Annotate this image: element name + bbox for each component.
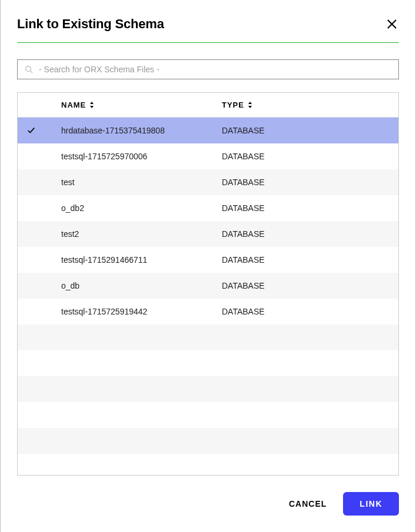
- dialog-footer: CANCEL LINK: [17, 476, 399, 516]
- row-name: testsql-1715291466711: [45, 255, 222, 265]
- table-row-empty: [18, 376, 398, 402]
- sort-icon: [89, 102, 94, 108]
- column-header-type[interactable]: TYPE: [222, 101, 398, 109]
- row-type: DATABASE: [222, 126, 398, 135]
- table-header: NAME TYPE: [18, 93, 398, 118]
- table-row[interactable]: testsql-1715725919442DATABASE: [18, 299, 398, 324]
- row-name: test: [45, 178, 222, 187]
- close-button[interactable]: [385, 17, 399, 31]
- search-icon: [25, 65, 33, 73]
- row-type: DATABASE: [222, 152, 398, 161]
- row-name: test2: [45, 229, 222, 239]
- dialog-title: Link to Existing Schema: [17, 16, 164, 32]
- row-type: DATABASE: [222, 307, 398, 316]
- table-row-empty: [18, 350, 398, 376]
- table-row-empty: [18, 402, 398, 428]
- sort-icon: [248, 102, 252, 108]
- row-name: hrdatabase-1715375419808: [45, 126, 222, 135]
- svg-point-2: [26, 66, 31, 72]
- table-row[interactable]: testDATABASE: [18, 169, 398, 195]
- table-body: hrdatabase-1715375419808DATABASEtestsql-…: [18, 118, 398, 475]
- column-header-name[interactable]: NAME: [61, 101, 222, 109]
- search-input[interactable]: [39, 65, 391, 74]
- row-type: DATABASE: [222, 281, 398, 290]
- row-name: testsql-1715725919442: [45, 307, 222, 316]
- search-container[interactable]: [17, 59, 399, 79]
- check-icon: [27, 126, 35, 135]
- table-row[interactable]: testsql-1715291466711DATABASE: [18, 247, 398, 273]
- row-check: [18, 126, 45, 135]
- table-row[interactable]: o_db2DATABASE: [18, 195, 398, 221]
- table-row[interactable]: o_dbDATABASE: [18, 273, 398, 299]
- row-type: DATABASE: [222, 203, 398, 213]
- link-button[interactable]: LINK: [343, 492, 399, 516]
- row-type: DATABASE: [222, 178, 398, 187]
- divider: [17, 42, 399, 43]
- row-name: o_db2: [45, 203, 222, 213]
- column-header-name-label: NAME: [61, 101, 86, 109]
- cancel-button[interactable]: CANCEL: [289, 499, 327, 508]
- row-type: DATABASE: [222, 229, 398, 239]
- table-row[interactable]: test2DATABASE: [18, 221, 398, 247]
- column-header-type-label: TYPE: [222, 101, 244, 109]
- svg-line-3: [31, 71, 33, 73]
- table-row[interactable]: testsql-1715725970006DATABASE: [18, 143, 398, 169]
- row-type: DATABASE: [222, 255, 398, 265]
- table-row-empty: [18, 428, 398, 454]
- table-row-empty: [18, 324, 398, 350]
- close-icon: [386, 18, 398, 30]
- table-row[interactable]: hrdatabase-1715375419808DATABASE: [18, 118, 398, 143]
- schema-table: NAME TYPE: [17, 92, 399, 476]
- row-name: o_db: [45, 281, 222, 290]
- row-name: testsql-1715725970006: [45, 152, 222, 161]
